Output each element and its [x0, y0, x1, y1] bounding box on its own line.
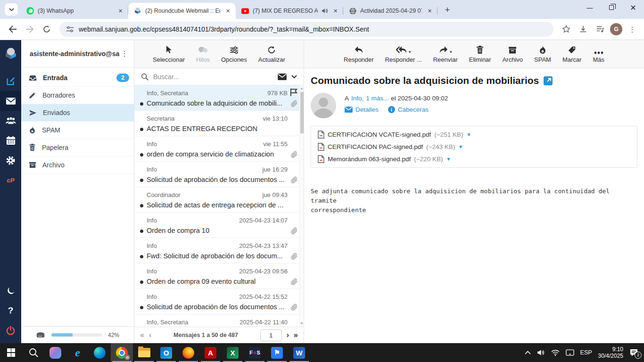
copilot-button[interactable] — [44, 343, 66, 362]
calendar-nav-button[interactable] — [0, 131, 21, 150]
attachment-chip[interactable]: CERTIFICACION VCATE-signed.pdf (~251 KB)… — [318, 131, 471, 139]
help-button[interactable]: ? — [0, 301, 21, 321]
search-options-chevron-icon[interactable] — [291, 75, 297, 79]
outlook-button[interactable]: O — [155, 343, 177, 362]
bookmark-star-icon[interactable] — [559, 22, 573, 36]
downloads-icon[interactable] — [576, 22, 590, 36]
compose-button[interactable] — [0, 71, 21, 91]
folder-entrada[interactable]: Entrada 2 — [21, 69, 134, 87]
mail-nav-button[interactable] — [0, 91, 21, 111]
clock[interactable]: 9:10 30/4/2025 — [598, 346, 623, 359]
chrome-button[interactable]: G — [111, 343, 133, 362]
flag-icon[interactable] — [290, 88, 298, 97]
tab-youtube[interactable]: (7) MIX DE REGRESO AL PA ✕ — [236, 3, 343, 19]
notification-center-button[interactable]: 2 — [629, 349, 638, 357]
forward-caret-icon[interactable]: ▾ — [450, 49, 452, 54]
dark-mode-moon-icon[interactable] — [0, 281, 21, 301]
settings-nav-button[interactable] — [0, 150, 21, 170]
folder-archivo[interactable]: Archivo — [21, 156, 134, 174]
folder-papelera[interactable]: Papelera — [21, 139, 134, 156]
attachment-menu-caret-icon[interactable]: ▼ — [446, 156, 451, 162]
more-button[interactable]: Más — [590, 45, 607, 63]
attachment-chip[interactable]: Memorándum 063-signed.pdf (~220 KB) ▼ — [318, 155, 630, 163]
close-button[interactable]: ✕ — [622, 0, 644, 15]
logout-power-button[interactable] — [0, 321, 21, 340]
details-toggle[interactable]: Detalles — [345, 106, 379, 113]
media-playlist-icon[interactable] — [593, 22, 607, 36]
minimize-button[interactable]: — — [579, 0, 601, 15]
tab-audio-icon[interactable] — [322, 8, 328, 14]
language-indicator[interactable]: ESP — [580, 349, 592, 356]
next-page-icon[interactable]: › — [287, 331, 289, 339]
scroll-up-icon[interactable] — [300, 87, 303, 90]
word-button[interactable]: W — [288, 343, 310, 362]
account-menu-icon[interactable]: ⋮ — [120, 49, 129, 58]
message-row[interactable]: Secretariavie 13:10 ACTAS DE ENTREGA REC… — [134, 111, 304, 136]
browser-menu-icon[interactable]: ⋮ — [625, 22, 639, 36]
browser-profile-avatar[interactable]: G — [610, 23, 622, 35]
forward-button[interactable] — [23, 22, 37, 36]
mark-button[interactable]: Marcar — [560, 45, 584, 63]
scroll-down-icon[interactable] — [300, 322, 303, 325]
tab-close-icon[interactable]: ✕ — [116, 7, 124, 15]
message-row[interactable]: Info2025-04-22 15:52 Solicitud de aproba… — [134, 289, 304, 314]
message-row-partial[interactable]: Info, Secretaria2025-04-22 11:40 — [134, 314, 304, 327]
recipient-link[interactable]: Info, — [351, 95, 363, 102]
cpanel-button[interactable]: cP — [0, 170, 21, 190]
message-row-selected[interactable]: Info, Secretaria978 KB Comunicado sobre … — [134, 85, 304, 111]
prev-page-icon[interactable]: ‹ — [149, 331, 151, 339]
tab-search-button[interactable] — [5, 3, 18, 16]
folder-borradores[interactable]: Borradores — [21, 87, 134, 104]
folder-enviados[interactable]: Enviados — [21, 104, 134, 122]
folder-spam[interactable]: SPAM — [21, 122, 134, 139]
reload-button[interactable] — [40, 22, 54, 36]
tray-expand-chevron-icon[interactable] — [525, 351, 531, 354]
reply-button[interactable]: Responder — [341, 45, 376, 63]
tab-whatsapp[interactable]: (3) WhatsApp ✕ — [21, 3, 128, 19]
first-page-icon[interactable]: « — [140, 331, 144, 339]
wifi-icon[interactable] — [551, 350, 560, 356]
message-row[interactable]: Infovie 11:55 orden de compra servicio d… — [134, 136, 304, 162]
planner-app-button[interactable]: ⚑ — [266, 343, 288, 362]
threads-button[interactable]: Hilos — [194, 45, 212, 63]
restore-button[interactable] — [601, 0, 622, 15]
new-tab-button[interactable]: + — [441, 4, 454, 16]
edge-button[interactable] — [89, 343, 111, 362]
message-row[interactable]: Coordinadorjue 09:43 Solicitud de actas … — [134, 187, 304, 213]
fes-app-button[interactable]: F≡S — [244, 343, 266, 362]
start-button[interactable] — [0, 343, 22, 362]
contacts-nav-button[interactable] — [0, 111, 21, 131]
delete-button[interactable]: Eliminar — [467, 45, 494, 63]
taskbar-search-button[interactable] — [22, 343, 44, 362]
message-row[interactable]: Info2025-04-23 14:07 Orden de compra 10 — [134, 213, 304, 238]
address-bar[interactable]: webmail.sanjuan.gob.ec/cpsess4814074101/… — [59, 22, 553, 37]
archive-button[interactable]: Archivo — [500, 45, 525, 63]
back-button[interactable] — [6, 22, 20, 36]
select-button[interactable]: Seleccionar — [150, 45, 187, 63]
list-scrollbar[interactable] — [299, 85, 304, 327]
scrollbar-thumb[interactable] — [300, 92, 304, 133]
refresh-button[interactable]: Actualizar — [256, 45, 288, 63]
message-row[interactable]: Info2025-04-23 13:47 Fwd: Solicitud de a… — [134, 238, 304, 263]
firefox-button[interactable] — [177, 343, 199, 362]
excel-button[interactable]: X — [222, 343, 244, 362]
tab-close-icon[interactable]: ✕ — [224, 7, 232, 15]
reply-all-caret-icon[interactable]: ▾ — [409, 49, 411, 54]
more-recipients-link[interactable]: 1 más... — [366, 95, 388, 102]
tab-actividad[interactable]: Actividad 2025-04-29 07:30:00 ✕ — [343, 3, 438, 19]
last-page-icon[interactable]: » — [294, 331, 298, 339]
spam-button[interactable]: SPAM — [532, 45, 553, 63]
url-text[interactable]: webmail.sanjuan.gob.ec/cpsess4814074101/… — [79, 25, 369, 33]
open-in-new-window-icon[interactable] — [544, 76, 553, 85]
volume-icon[interactable] — [537, 349, 545, 356]
tab-close-icon[interactable]: ✕ — [331, 7, 339, 15]
internet-explorer-button[interactable]: e — [66, 343, 89, 362]
search-scope-mail-icon[interactable] — [278, 74, 287, 80]
tab-roundcube-active[interactable]: (2) Roundcube Webmail :: Envia ✕ — [128, 3, 236, 19]
page-number-input[interactable] — [260, 329, 282, 341]
attachment-chip[interactable]: CERTIFICACION PAC-signed.pdf (~243 KB) ▼ — [318, 143, 463, 151]
tab-close-icon[interactable]: ✕ — [426, 7, 434, 15]
cast-icon[interactable] — [566, 349, 574, 356]
file-explorer-button[interactable] — [133, 343, 155, 362]
message-row[interactable]: Infojue 16:29 Solicitud de aprobación de… — [134, 162, 304, 187]
